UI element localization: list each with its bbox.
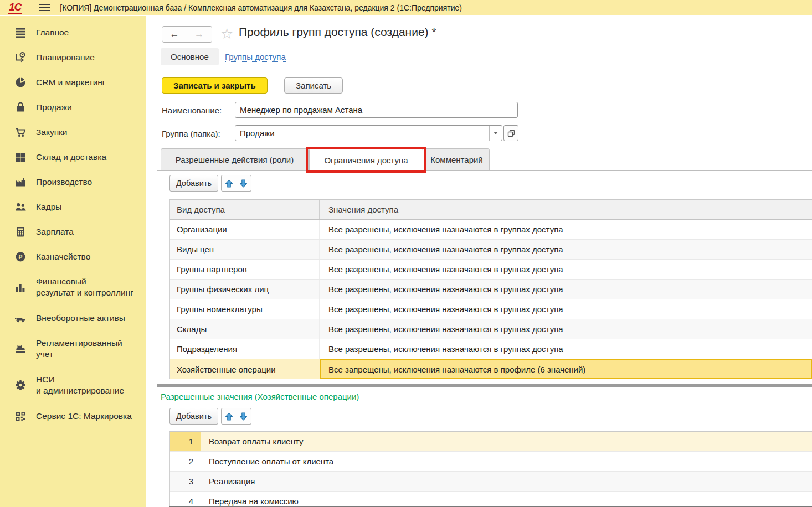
sidebar-item[interactable]: Закупки [0, 120, 146, 144]
group-combo-field [235, 125, 502, 141]
column-header-access-kind[interactable]: Вид доступа [170, 200, 320, 219]
table-row[interactable]: Виды цен Все разрешены, исключения назна… [170, 240, 812, 260]
sidebar-item[interactable]: Финансовый результат и контроллинг [0, 269, 146, 306]
allowed-values-move-up-button[interactable] [221, 408, 237, 425]
access-value-cell[interactable]: Все разрешены, исключения назначаются в … [320, 299, 812, 319]
calculator-icon [14, 226, 27, 238]
tab-allowed-actions[interactable]: Разрешенные действия (роли) [161, 148, 309, 170]
access-kind-cell[interactable]: Подразделения [170, 339, 320, 359]
access-groups-link[interactable]: Группы доступа [225, 52, 286, 62]
operation-name-cell[interactable]: Реализация [201, 472, 812, 491]
list-item[interactable]: 2 Поступление оплаты от клиента [170, 452, 812, 472]
access-value-cell[interactable]: Все запрещены, исключения назначаются в … [320, 359, 812, 379]
sidebar-item-label: CRM и маркетинг [36, 77, 106, 88]
sidebar-item-label: Внеоборотные активы [36, 313, 125, 324]
access-value-cell[interactable]: Все разрешены, исключения назначаются в … [320, 240, 812, 259]
save-button[interactable]: Записать [284, 77, 343, 94]
allowed-values-add-button[interactable]: Добавить [169, 408, 218, 425]
access-value-cell[interactable]: Все разрешены, исключения назначаются в … [320, 319, 812, 339]
name-input[interactable] [235, 102, 518, 118]
sidebar-item[interactable]: CRM и маркетинг [0, 70, 146, 95]
allowed-values-section-label: Разрешенные значения (Хозяйственные опер… [161, 392, 359, 401]
table-row[interactable]: Группы физических лиц Все разрешены, иск… [170, 280, 812, 299]
sidebar-item[interactable]: Планирование [0, 45, 146, 70]
sidebar-item[interactable]: Производство [0, 169, 146, 194]
column-header-access-values[interactable]: Значения доступа [320, 200, 812, 219]
allowed-values-list: 1 Возврат оплаты клиенту 2 Поступление о… [169, 431, 812, 507]
table-row[interactable]: Склады Все разрешены, исключения назнача… [170, 319, 812, 339]
restrictions-move-down-button[interactable] [236, 175, 251, 192]
sidebar-item-label: Главное [36, 27, 69, 38]
history-back-button[interactable]: ← [162, 26, 187, 43]
access-value-cell[interactable]: Все разрешены, исключения назначаются в … [320, 339, 812, 359]
access-kind-cell[interactable]: Группы партнеров [170, 260, 320, 279]
table-row[interactable]: Группы партнеров Все разрешены, исключен… [170, 260, 812, 280]
gear-icon [14, 379, 27, 391]
people-icon [14, 201, 27, 213]
restrictions-move-up-button[interactable] [221, 175, 237, 192]
planning-icon [14, 51, 27, 64]
access-kind-cell[interactable]: Хозяйственные операции [170, 359, 320, 379]
sidebar-item[interactable]: Кадры [0, 194, 146, 219]
table-row[interactable]: Организации Все разрешены, исключения на… [170, 220, 812, 240]
row-number-cell[interactable]: 4 [170, 492, 201, 507]
bag-icon [14, 101, 27, 113]
table-row[interactable]: Хозяйственные операции Все запрещены, ис… [170, 359, 812, 379]
save-and-close-button[interactable]: Записать и закрыть [162, 77, 268, 94]
favorite-star-icon[interactable]: ☆ [220, 25, 233, 42]
sidebar-item[interactable]: Склад и доставка [0, 144, 146, 169]
sidebar-item[interactable]: Сервис 1С: Маркировка [0, 403, 146, 428]
panel-splitter[interactable] [157, 384, 812, 387]
access-restrictions-table: Вид доступа Значения доступа Организации… [169, 199, 812, 379]
hamburger-menu-icon[interactable] [39, 4, 50, 11]
access-kind-cell[interactable]: Группы физических лиц [170, 280, 320, 299]
sidebar-item-label: Зарплата [36, 226, 74, 237]
sidebar-item-label: Склад и доставка [36, 152, 106, 163]
sidebar-item[interactable]: Внеоборотные активы [0, 306, 146, 330]
access-value-cell[interactable]: Все разрешены, исключения назначаются в … [320, 220, 812, 239]
allowed-values-move-down-button[interactable] [236, 408, 251, 425]
sidebar-item[interactable]: Казначейство [0, 244, 146, 269]
list-item[interactable]: 3 Реализация [170, 472, 812, 492]
table-row[interactable]: Подразделения Все разрешены, исключения … [170, 339, 812, 359]
bar-chart-icon [14, 281, 27, 293]
row-number-cell[interactable]: 3 [170, 472, 201, 491]
list-item[interactable]: 1 Возврат оплаты клиенту [170, 432, 812, 452]
access-kind-cell[interactable]: Виды цен [170, 240, 320, 259]
sidebar-item[interactable]: НСИ и администрирование [0, 367, 146, 403]
application-title: [КОПИЯ] Демонстрационная база / Комплекс… [60, 3, 462, 12]
form-left-border [160, 20, 160, 507]
history-forward-button[interactable]: → [187, 26, 212, 43]
restrictions-add-button[interactable]: Добавить [169, 175, 218, 192]
sidebar-item[interactable]: Регламентированный учет [0, 330, 146, 367]
sidebar-item-label: Финансовый результат и контроллинг [36, 276, 133, 298]
tab-main[interactable]: Основное [161, 48, 219, 65]
row-number-cell[interactable]: 2 [170, 452, 201, 471]
group-open-button[interactable] [503, 125, 518, 141]
name-field-label: Наименование: [162, 106, 222, 115]
row-number-cell[interactable]: 1 [170, 432, 201, 451]
pie-chart-icon [14, 76, 27, 89]
menu-lines-icon [14, 27, 27, 39]
group-field-label: Группа (папка): [162, 129, 220, 138]
access-kind-cell[interactable]: Организации [170, 220, 320, 239]
operation-name-cell[interactable]: Поступление оплаты от клиента [201, 452, 812, 471]
list-item[interactable]: 4 Передача на комиссию [170, 492, 812, 507]
operation-name-cell[interactable]: Передача на комиссию [201, 492, 812, 507]
access-value-cell[interactable]: Все разрешены, исключения назначаются в … [320, 280, 812, 299]
sidebar-item[interactable]: Продажи [0, 95, 146, 120]
table-row[interactable]: Группы номенклатуры Все разрешены, исклю… [170, 299, 812, 319]
sidebar-item[interactable]: Зарплата [0, 219, 146, 244]
sidebar-item[interactable]: Главное [0, 20, 146, 45]
group-dropdown-button[interactable] [489, 126, 502, 141]
sections-sidebar: Главное Планирование CRM и маркетинг Про… [0, 16, 146, 507]
tab-comment[interactable]: Комментарий [424, 148, 490, 170]
access-kind-cell[interactable]: Склады [170, 319, 320, 339]
access-kind-cell[interactable]: Группы номенклатуры [170, 299, 320, 319]
tab-access-restrictions[interactable]: Ограничения доступа [309, 148, 423, 172]
1c-logo-icon: 1С [8, 2, 22, 14]
sidebar-item-label: Продажи [36, 102, 72, 113]
operation-name-cell[interactable]: Возврат оплаты клиенту [201, 432, 812, 451]
access-value-cell[interactable]: Все разрешены, исключения назначаются в … [320, 260, 812, 279]
group-input[interactable] [235, 125, 502, 141]
